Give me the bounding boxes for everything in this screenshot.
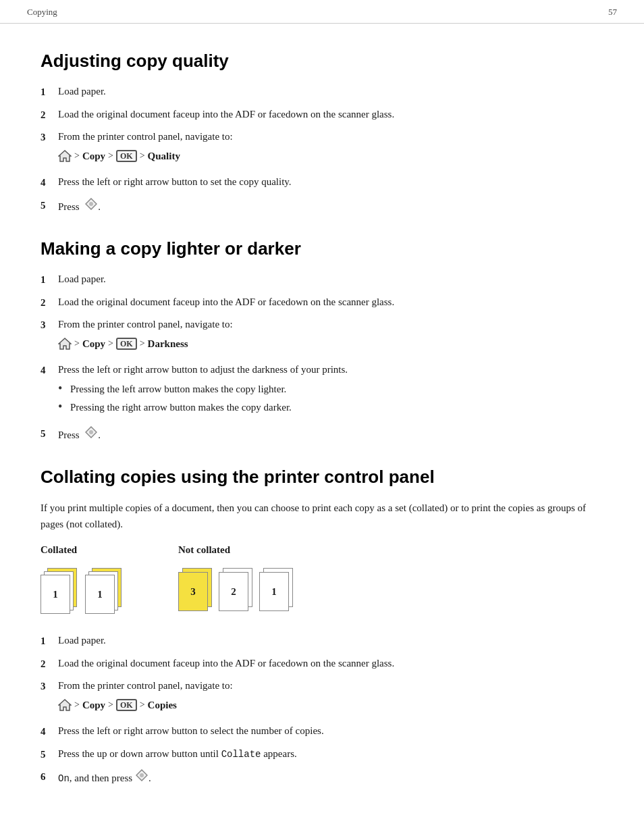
home-icon-2: [58, 338, 72, 350]
start-icon-3: [135, 768, 149, 782]
step-1-2-text: Load the original document faceup into t…: [58, 107, 603, 122]
step-2-1: 1 Load paper.: [41, 271, 603, 288]
nav-copy-1: Copy: [82, 149, 105, 164]
svg-point-5: [89, 430, 93, 434]
step-1-3: 3 From the printer control panel, naviga…: [41, 129, 603, 167]
home-icon: [58, 150, 72, 162]
ok-box-2: OK: [116, 338, 137, 350]
step-3-3: 3 From the printer control panel, naviga…: [41, 678, 603, 716]
nav-darkness: Darkness: [148, 336, 188, 352]
svg-point-8: [140, 773, 144, 777]
sub-item-lighter: • Pressing the left arrow button makes t…: [58, 382, 603, 397]
start-icon-1: [84, 197, 98, 211]
content-area: Adjusting copy quality 1 Load paper. 2 L…: [0, 24, 644, 820]
step-2-4-text: Press the left or right arrow button to …: [58, 364, 348, 375]
section3-steps: 1 Load paper. 2 Load the original docume…: [41, 633, 603, 786]
section-collating: Collating copies using the printer contr…: [41, 467, 603, 786]
step-1-4-text: Press the left or right arrow button to …: [58, 174, 603, 190]
step-3-5-text: Press the up or down arrow button until: [58, 748, 221, 759]
step-3-2: 2 Load the original document faceup into…: [41, 656, 603, 672]
svg-marker-6: [59, 700, 71, 710]
collated-set-2: 3 2 1: [85, 568, 124, 617]
svg-marker-0: [59, 151, 71, 161]
step-3-3-text: From the printer control panel, navigate…: [58, 680, 233, 691]
step-3-5: 5 Press the up or down arrow button unti…: [41, 746, 603, 762]
step-2-3: 3 From the printer control panel, naviga…: [41, 317, 603, 355]
section-lighter-darker: Making a copy lighter or darker 1 Load p…: [41, 238, 603, 442]
step-3-4-text: Press the left or right arrow button to …: [58, 723, 603, 739]
page-container: Copying 57 Adjusting copy quality 1 Load…: [0, 0, 644, 834]
svg-marker-3: [59, 338, 71, 349]
sub-item-darker: • Pressing the right arrow button makes …: [58, 400, 603, 415]
nc-group-2: 2 2: [219, 568, 254, 617]
nc-group-1: 1 1: [259, 568, 294, 617]
page-1a: 1: [41, 575, 70, 614]
step-2-2: 2 Load the original document faceup into…: [41, 294, 603, 311]
step-1-2: 2 Load the original document faceup into…: [41, 107, 603, 123]
collate-text: Collate: [221, 749, 261, 760]
section1-steps: 1 Load paper. 2 Load the original docume…: [41, 84, 603, 214]
nav-path-3: > Copy > OK > Copies: [58, 698, 603, 713]
step-1-4: 4 Press the left or right arrow button t…: [41, 174, 603, 190]
not-collated-image: 3 3 2 2 1 1: [178, 563, 294, 617]
nav-path-2: > Copy > OK > Darkness: [58, 336, 603, 352]
ok-box-1: OK: [116, 150, 137, 162]
collated-diagram-group: Collated 3 2 1 3 2 1: [41, 544, 124, 617]
sub-item-lighter-text: Pressing the left arrow button makes the…: [70, 382, 286, 397]
step-1-1-text: Load paper.: [58, 84, 603, 99]
step-3-5-end: appears.: [261, 748, 296, 759]
header-bar: Copying 57: [0, 0, 644, 24]
step-1-1: 1 Load paper.: [41, 84, 603, 100]
nav-copies: Copies: [148, 698, 177, 713]
step-3-1-text: Load paper.: [58, 633, 603, 648]
step-3-1: 1 Load paper.: [41, 633, 603, 649]
not-collated-diagram-group: Not collated 3 3 2 2: [178, 544, 294, 617]
step-1-5-press: Press: [58, 201, 82, 212]
nav-path-1: > Copy > OK > Quality: [58, 149, 603, 164]
step-2-2-text: Load the original document faceup into t…: [58, 294, 603, 310]
not-collated-label: Not collated: [178, 544, 230, 556]
collated-image: 3 2 1 3 2 1: [41, 563, 124, 617]
step-3-6-end: , and then press: [70, 773, 135, 783]
step-2-5: 5 Press .: [41, 425, 603, 443]
on-text: On: [58, 773, 70, 784]
collated-set-1: 3 2 1: [41, 568, 80, 617]
step-2-4: 4 Press the left or right arrow button t…: [41, 362, 603, 419]
nc-group-3: 3 3: [178, 568, 213, 617]
sub-list-darkness: • Pressing the left arrow button makes t…: [58, 382, 603, 415]
section-adjusting-quality: Adjusting copy quality 1 Load paper. 2 L…: [41, 51, 603, 214]
section2-steps: 1 Load paper. 2 Load the original docume…: [41, 271, 603, 442]
svg-point-2: [89, 202, 93, 206]
step-1-5: 5 Press .: [41, 197, 603, 215]
collating-intro: If you print multiple copies of a docume…: [41, 500, 603, 532]
section3-title: Collating copies using the printer contr…: [41, 467, 603, 488]
step-3-6: 6 On, and then press .: [41, 768, 603, 786]
nav-copy-3: Copy: [82, 698, 105, 713]
step-2-5-press: Press: [58, 429, 82, 440]
ok-box-3: OK: [116, 699, 137, 711]
section1-title: Adjusting copy quality: [41, 51, 603, 72]
nav-quality: Quality: [148, 149, 180, 164]
start-icon-2: [84, 425, 98, 439]
step-2-1-text: Load paper.: [58, 271, 603, 287]
page-1b: 1: [85, 575, 115, 614]
collated-label: Collated: [41, 544, 77, 556]
nav-copy-2: Copy: [82, 336, 105, 352]
step-1-3-text: From the printer control panel, navigate…: [58, 131, 233, 142]
step-3-2-text: Load the original document faceup into t…: [58, 656, 603, 671]
home-icon-3: [58, 699, 72, 711]
diagrams-row: Collated 3 2 1 3 2 1: [41, 544, 603, 617]
step-3-4: 4 Press the left or right arrow button t…: [41, 723, 603, 739]
header-right: 57: [608, 7, 617, 18]
sub-item-darker-text: Pressing the right arrow button makes th…: [70, 400, 292, 415]
header-left: Copying: [27, 7, 57, 18]
section2-title: Making a copy lighter or darker: [41, 238, 603, 259]
step-2-3-text: From the printer control panel, navigate…: [58, 319, 233, 330]
